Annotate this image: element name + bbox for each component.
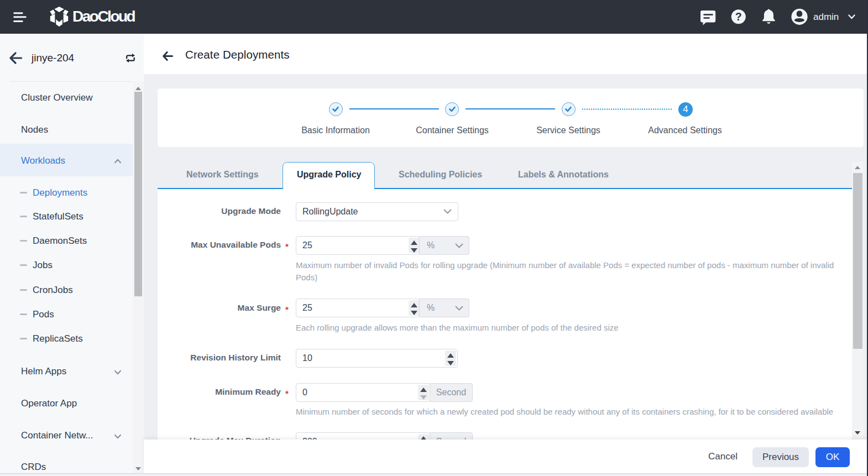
svg-text:?: ? — [735, 11, 742, 23]
